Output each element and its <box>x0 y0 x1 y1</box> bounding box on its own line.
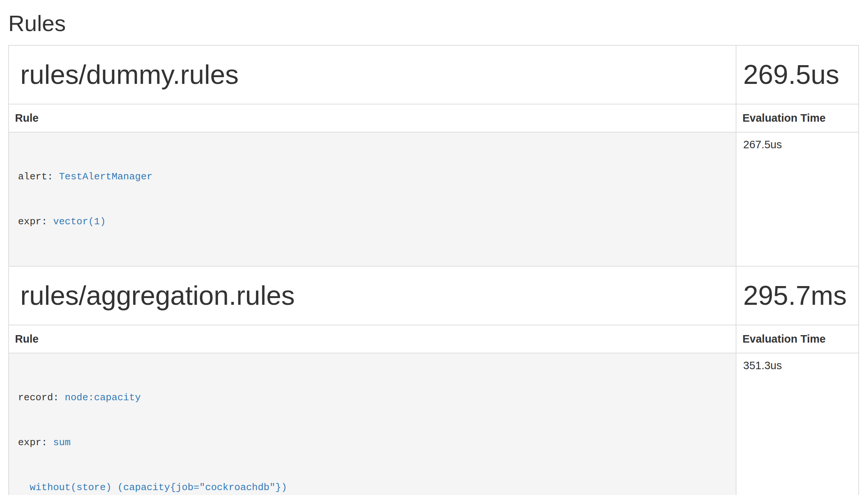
rule-keyword: alert: <box>18 171 59 182</box>
rule-row: alert: TestAlertManager expr: vector(1) … <box>9 132 859 266</box>
rule-group-header-row: rules/aggregation.rules 295.7ms <box>9 266 859 325</box>
rule-expr-link[interactable]: sum <box>53 437 71 448</box>
rule-group-file-name: rules/dummy.rules <box>20 59 730 90</box>
page-title: Rules <box>8 11 860 36</box>
rule-group-total-eval-time: 295.7ms <box>743 280 852 311</box>
rule-code-line: alert: TestAlertManager <box>18 169 727 184</box>
rule-code-line: record: node:capacity <box>18 390 727 405</box>
rule-column-header: Rule <box>9 325 736 353</box>
rule-group-total-eval-time: 269.5us <box>743 59 852 90</box>
rule-code-line: without(store) (capacity{job="cockroachd… <box>18 480 727 495</box>
rule-eval-time: 267.5us <box>736 132 859 266</box>
rule-code-line: expr: sum <box>18 435 727 450</box>
rule-group-total-time-cell: 269.5us <box>736 45 859 104</box>
rule-expr-link[interactable]: without(store) (capacity{job="cockroachd… <box>30 482 287 493</box>
rule-group-file-name: rules/aggregation.rules <box>20 280 730 311</box>
rule-code-cell: alert: TestAlertManager expr: vector(1) <box>9 132 736 266</box>
rule-keyword: expr: <box>18 437 53 448</box>
rule-eval-time: 351.3us <box>736 353 859 495</box>
rule-column-header: Rule <box>9 104 736 132</box>
rule-group-total-time-cell: 295.7ms <box>736 266 859 325</box>
rule-keyword: expr: <box>18 216 53 227</box>
rule-code-cell: record: node:capacity expr: sum without(… <box>9 353 736 495</box>
rule-row: record: node:capacity expr: sum without(… <box>9 353 859 495</box>
rule-group-file-cell: rules/dummy.rules <box>9 45 736 104</box>
rule-code-line: expr: vector(1) <box>18 214 727 229</box>
rules-page: Rules rules/dummy.rules 269.5us Rule Eva… <box>0 11 868 495</box>
rule-name-link[interactable]: TestAlertManager <box>59 171 153 182</box>
rule-group-file-cell: rules/aggregation.rules <box>9 266 736 325</box>
eval-time-column-header: Evaluation Time <box>736 325 859 353</box>
eval-time-column-header: Evaluation Time <box>736 104 859 132</box>
rule-keyword: record: <box>18 392 65 403</box>
column-header-row: Rule Evaluation Time <box>9 104 859 132</box>
rule-group-header-row: rules/dummy.rules 269.5us <box>9 45 859 104</box>
column-header-row: Rule Evaluation Time <box>9 325 859 353</box>
rule-expr-link[interactable]: vector(1) <box>53 216 106 227</box>
rules-table: rules/dummy.rules 269.5us Rule Evaluatio… <box>8 45 859 495</box>
rule-indent <box>18 482 30 493</box>
rule-name-link[interactable]: node:capacity <box>65 392 141 403</box>
